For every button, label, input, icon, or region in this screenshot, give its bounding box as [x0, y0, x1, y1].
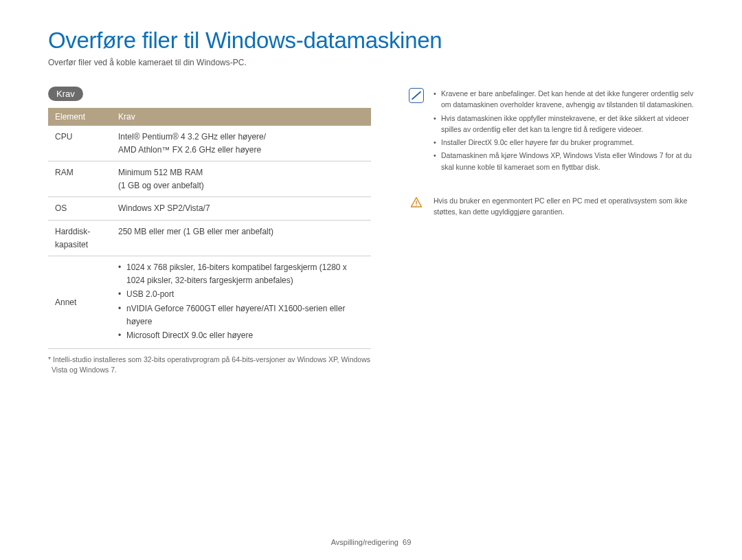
list-item: nVIDIA Geforce 7600GT eller høyere/ATI X… — [118, 302, 364, 328]
svg-point-3 — [416, 205, 417, 206]
footnote: * Intelli-studio installeres som 32-bits… — [48, 355, 371, 377]
cell-label: OS — [48, 197, 111, 221]
table-row: Harddisk- kapasitet 250 MB eller mer (1 … — [48, 220, 371, 256]
list-item: Installer DirectX 9.0c eller høyere før … — [434, 137, 701, 148]
info-icon — [409, 88, 424, 103]
th-element: Element — [48, 108, 111, 126]
page-subtitle: Overfør filer ved å koble kameraet til d… — [48, 58, 701, 67]
warning-text: Hvis du bruker en egenmontert PC eller e… — [434, 195, 701, 218]
table-row: RAM Minimum 512 MB RAM (1 GB og over anb… — [48, 161, 371, 197]
list-item: Datamaskinen må kjøre Windows XP, Window… — [434, 150, 701, 172]
footer-page-number: 69 — [403, 538, 411, 546]
list-item: USB 2.0-port — [118, 288, 364, 301]
table-row: CPU Intel® Pentium® 4 3.2 GHz eller høye… — [48, 126, 371, 161]
cell-label: Harddisk- kapasitet — [48, 220, 111, 256]
cell-value: 1024 x 768 piksler, 16-biters kompatibel… — [111, 256, 371, 349]
svg-line-0 — [412, 92, 420, 100]
footer-section: Avspilling/redigering — [331, 538, 398, 546]
warning-callout: Hvis du bruker en egenmontert PC eller e… — [409, 195, 701, 218]
list-item: Hvis datamaskinen ikke oppfyller minstek… — [434, 113, 701, 135]
page-title: Overføre filer til Windows-datamaskinen — [48, 27, 701, 54]
table-row: Annet 1024 x 768 piksler, 16-biters komp… — [48, 256, 371, 349]
page-footer: Avspilling/redigering 69 — [0, 538, 742, 546]
th-krav: Krav — [111, 108, 371, 126]
table-row: OS Windows XP SP2/Vista/7 — [48, 197, 371, 221]
list-item: 1024 x 768 piksler, 16-biters kompatibel… — [118, 261, 364, 287]
cell-value: Windows XP SP2/Vista/7 — [111, 197, 371, 221]
list-item: Kravene er bare anbefalinger. Det kan he… — [434, 88, 701, 111]
cell-label: Annet — [48, 256, 111, 349]
cell-value: Intel® Pentium® 4 3.2 GHz eller høyere/ … — [111, 126, 371, 161]
requirements-table: Element Krav CPU Intel® Pentium® 4 3.2 G… — [48, 108, 371, 349]
cell-label: RAM — [48, 161, 111, 197]
cell-label: CPU — [48, 126, 111, 161]
warning-icon — [409, 195, 424, 210]
list-item: Microsoft DirectX 9.0c eller høyere — [118, 329, 364, 342]
section-label-krav: Krav — [48, 87, 83, 101]
cell-value: 250 MB eller mer (1 GB eller mer anbefal… — [111, 220, 371, 256]
cell-value: Minimum 512 MB RAM (1 GB og over anbefal… — [111, 161, 371, 197]
info-callout: Kravene er bare anbefalinger. Det kan he… — [409, 88, 701, 175]
